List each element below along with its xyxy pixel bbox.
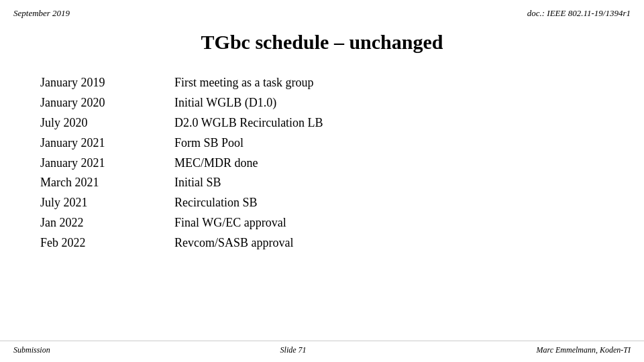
header-date: September 2019 bbox=[13, 8, 70, 19]
date-item: January 2021 bbox=[40, 134, 148, 153]
desc-item: Form SB Pool bbox=[174, 134, 323, 153]
desc-item: Initial SB bbox=[174, 174, 323, 192]
date-item: January 2020 bbox=[40, 94, 148, 113]
footer-submission: Submission bbox=[13, 345, 50, 355]
dates-column: January 2019January 2020July 2020January… bbox=[40, 74, 148, 253]
date-item: January 2021 bbox=[40, 154, 148, 173]
date-item: March 2021 bbox=[40, 174, 148, 192]
date-item: January 2019 bbox=[40, 74, 148, 93]
desc-item: Initial WGLB (D1.0) bbox=[174, 94, 323, 113]
desc-item: Revcom/SASB approval bbox=[174, 234, 323, 253]
date-item: July 2020 bbox=[40, 114, 148, 133]
date-item: Feb 2022 bbox=[40, 234, 148, 253]
slide-container: September 2019 doc.: IEEE 802.11-19/1394… bbox=[0, 0, 644, 362]
footer-slide-number: Slide 71 bbox=[280, 345, 307, 355]
slide-footer: Submission Slide 71 Marc Emmelmann, Kode… bbox=[0, 341, 644, 355]
content-area: January 2019January 2020July 2020January… bbox=[0, 74, 644, 253]
desc-item: D2.0 WGLB Recirculation LB bbox=[174, 114, 323, 133]
header-doc: doc.: IEEE 802.11-19/1394r1 bbox=[527, 8, 631, 19]
descriptions-column: First meeting as a task groupInitial WGL… bbox=[174, 74, 323, 253]
desc-item: First meeting as a task group bbox=[174, 74, 323, 93]
desc-item: Final WG/EC approval bbox=[174, 214, 323, 233]
slide-header: September 2019 doc.: IEEE 802.11-19/1394… bbox=[0, 0, 644, 19]
date-item: Jan 2022 bbox=[40, 214, 148, 233]
desc-item: MEC/MDR done bbox=[174, 154, 323, 173]
title-section: TGbc schedule – unchanged bbox=[0, 31, 644, 54]
date-item: July 2021 bbox=[40, 194, 148, 213]
desc-item: Recirculation SB bbox=[174, 194, 323, 213]
slide-title: TGbc schedule – unchanged bbox=[0, 31, 644, 54]
footer-author: Marc Emmelmann, Koden-TI bbox=[536, 345, 631, 355]
